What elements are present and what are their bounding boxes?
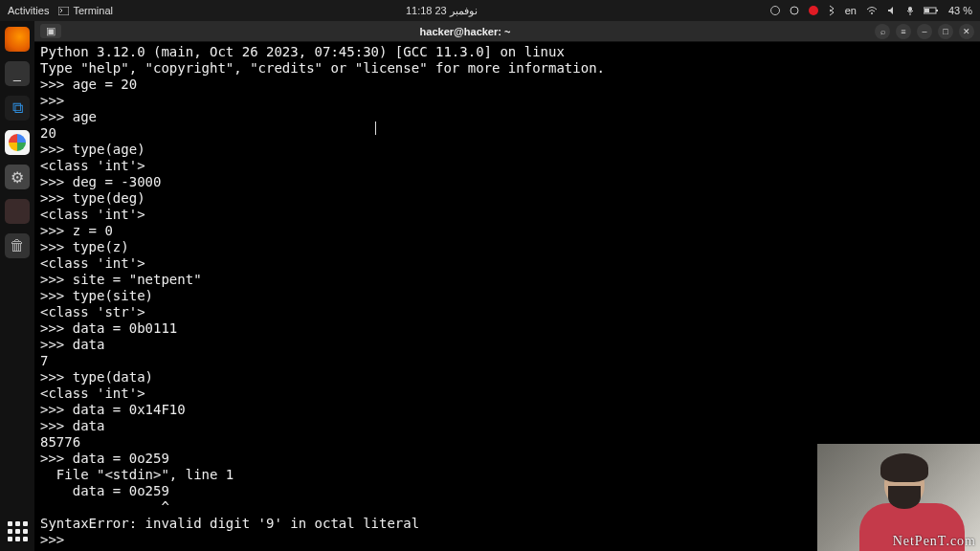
dock-app-icon[interactable] — [5, 199, 30, 224]
tab-icon: ▣ — [46, 25, 56, 37]
activities-button[interactable]: Activities — [8, 5, 49, 16]
svg-rect-0 — [58, 7, 69, 15]
dock: _ ⧉ ⚙ 🗑 — [0, 21, 34, 551]
terminal-app-indicator[interactable]: Terminal — [58, 5, 113, 16]
close-button[interactable]: ✕ — [959, 24, 974, 39]
minimize-button[interactable]: – — [917, 24, 932, 39]
maximize-button[interactable]: □ — [938, 24, 953, 39]
svg-point-2 — [871, 12, 873, 14]
webcam-overlay: NetPenT.com — [817, 444, 980, 551]
dock-firefox-icon[interactable] — [5, 27, 30, 52]
window-titlebar: ▣ hacker@hacker: ~ ⌕ ≡ – □ ✕ — [34, 21, 980, 42]
svg-rect-5 — [936, 10, 938, 11]
dock-chromium-icon[interactable] — [5, 130, 30, 155]
keyboard-layout[interactable]: en — [845, 5, 857, 16]
window-title: hacker@hacker: ~ — [61, 26, 869, 37]
battery-percent: 43 % — [948, 5, 972, 16]
screencast-icon[interactable] — [770, 6, 780, 15]
clock[interactable]: 11:18 23 نوفمبر — [113, 5, 770, 17]
wifi-icon[interactable] — [866, 6, 878, 15]
volume-icon[interactable] — [887, 6, 897, 15]
gnome-topbar: Activities Terminal 11:18 23 نوفمبر en 4… — [0, 0, 980, 21]
search-button[interactable]: ⌕ — [875, 24, 890, 39]
webcam-brand-watermark: NetPenT.com — [893, 534, 976, 549]
dock-terminal-icon[interactable]: _ — [5, 61, 30, 86]
hamburger-menu-icon[interactable]: ≡ — [896, 24, 911, 39]
mic-icon[interactable] — [906, 6, 914, 15]
tray-icon[interactable] — [790, 6, 799, 15]
svg-rect-6 — [924, 9, 929, 12]
bluetooth-icon[interactable] — [828, 5, 835, 16]
dock-settings-icon[interactable]: ⚙ — [5, 165, 30, 189]
notification-dot-icon[interactable] — [809, 6, 818, 15]
svg-rect-3 — [908, 7, 912, 11]
battery-icon[interactable] — [924, 7, 939, 14]
dock-vscode-icon[interactable]: ⧉ — [5, 96, 30, 121]
app-indicator-label: Terminal — [73, 5, 113, 16]
text-cursor-ibeam — [375, 121, 376, 135]
dock-trash-icon[interactable]: 🗑 — [5, 233, 30, 258]
terminal-tab[interactable]: ▣ — [40, 24, 61, 38]
show-applications-icon[interactable] — [5, 518, 30, 543]
svg-point-1 — [791, 7, 798, 14]
